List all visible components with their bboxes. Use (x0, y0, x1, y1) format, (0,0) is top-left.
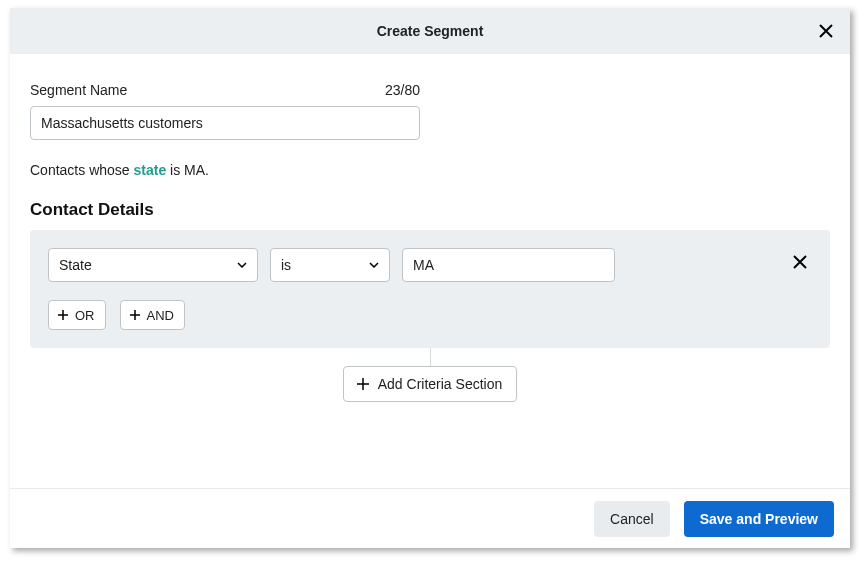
or-label: OR (75, 308, 95, 323)
modal-footer: Cancel Save and Preview (10, 488, 850, 548)
connector-line (430, 348, 431, 366)
segment-name-label: Segment Name (30, 82, 127, 98)
desc-highlight: state (134, 162, 167, 178)
criteria-row: State is (48, 248, 812, 282)
modal-title: Create Segment (377, 23, 484, 39)
segment-name-row: Segment Name 23/80 (30, 82, 420, 98)
criteria-value-input[interactable] (402, 248, 615, 282)
chevron-down-icon (369, 262, 379, 268)
add-criteria-section-button[interactable]: Add Criteria Section (343, 366, 518, 402)
save-and-preview-button[interactable]: Save and Preview (684, 501, 834, 537)
segment-description: Contacts whose state is MA. (30, 162, 830, 178)
close-icon (792, 254, 808, 270)
or-button[interactable]: OR (48, 300, 106, 330)
create-segment-modal: Create Segment Segment Name 23/80 Contac… (10, 8, 850, 548)
close-icon (818, 23, 834, 39)
criteria-operator-select[interactable]: is (270, 248, 390, 282)
segment-name-input[interactable] (30, 106, 420, 140)
logic-row: OR AND (48, 300, 812, 330)
contact-details-heading: Contact Details (30, 200, 830, 220)
plus-icon (356, 377, 370, 391)
modal-body: Segment Name 23/80 Contacts whose state … (10, 54, 850, 488)
criteria-operator-value: is (281, 257, 291, 273)
criteria-section: State is OR AND (30, 230, 830, 348)
plus-icon (57, 309, 69, 321)
and-button[interactable]: AND (120, 300, 185, 330)
criteria-field-select[interactable]: State (48, 248, 258, 282)
cancel-button[interactable]: Cancel (594, 501, 670, 537)
add-section-wrap: Add Criteria Section (30, 366, 830, 402)
criteria-field-value: State (59, 257, 92, 273)
chevron-down-icon (237, 262, 247, 268)
delete-criteria-button[interactable] (792, 254, 808, 274)
and-label: AND (147, 308, 174, 323)
desc-suffix: is MA. (166, 162, 209, 178)
add-section-label: Add Criteria Section (378, 376, 503, 392)
segment-name-counter: 23/80 (385, 82, 420, 98)
plus-icon (129, 309, 141, 321)
desc-prefix: Contacts whose (30, 162, 134, 178)
modal-header: Create Segment (10, 8, 850, 54)
close-button[interactable] (816, 21, 836, 41)
